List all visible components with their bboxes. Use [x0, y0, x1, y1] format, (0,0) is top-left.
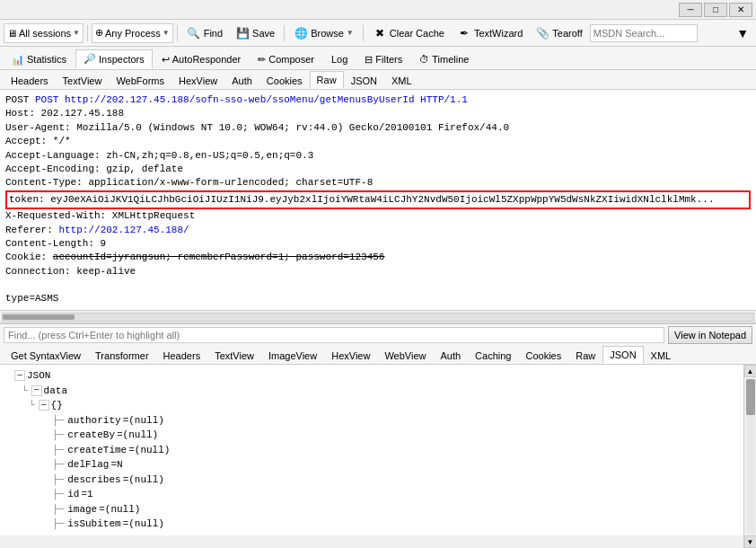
request-line-5: Accept-Language: zh-CN,zh;q=0.8,en-US;q=… [5, 149, 751, 163]
sub-tab-cookies[interactable]: Cookies [259, 71, 310, 89]
composer-icon: ✏ [258, 54, 266, 66]
composer-label: Composer [268, 54, 314, 65]
request-line-13: Connection: keep-alive [5, 265, 751, 278]
process-label: Any Process [105, 28, 161, 39]
clear-cache-icon: ✖ [373, 26, 387, 40]
bottom-tab-hexview[interactable]: HexView [324, 346, 377, 364]
toolbar-more-button[interactable]: ▼ [733, 26, 752, 40]
tab-inspectors[interactable]: 🔎 Inspectors [75, 49, 153, 69]
request-line-14 [5, 278, 751, 292]
log-label: Log [331, 54, 347, 65]
text-wizard-label: TextWizard [474, 28, 523, 39]
statistics-icon: 📊 [12, 54, 24, 66]
tree-leaf-createby: ├─ createBy =(null) [5, 428, 738, 443]
sub-tab-raw[interactable]: Raw [310, 71, 344, 89]
browse-label: Browse [311, 28, 344, 39]
tab-log[interactable]: Log [323, 49, 356, 69]
request-line-9: X-Requested-With: XMLHttpRequest [5, 209, 751, 223]
bottom-tab-cookies[interactable]: Cookies [518, 346, 568, 364]
json-tree-area[interactable]: ─ JSON └ ─ data └ ─ {} [0, 365, 743, 535]
sub-tab-json[interactable]: JSON [344, 71, 384, 89]
sub-tab-hexview[interactable]: HexView [171, 71, 224, 89]
clear-cache-label: Clear Cache [390, 28, 444, 39]
bottom-tab-imageview[interactable]: ImageView [261, 346, 324, 364]
tree-toggle-obj[interactable]: ─ [39, 400, 49, 411]
bottom-panel: ─ JSON └ ─ data └ ─ {} [0, 365, 756, 548]
text-wizard-icon: ✒ [457, 26, 471, 40]
tree-leaf-issubitem: ├─ isSubitem =(null) [5, 517, 738, 532]
sub-tab-xml[interactable]: XML [384, 71, 419, 89]
find-icon: 🔍 [187, 26, 201, 40]
close-button[interactable]: ✕ [729, 3, 752, 17]
h-scroll-thumb[interactable] [3, 314, 75, 320]
request-line-6: Accept-Encoding: gzip, deflate [5, 163, 751, 176]
request-area: POST POST http://202.127.45.188/sofn-sso… [0, 90, 756, 323]
clear-cache-button[interactable]: ✖ Clear Cache [367, 22, 450, 44]
process-icon: ⊕ [95, 27, 103, 39]
request-content[interactable]: POST POST http://202.127.45.188/sofn-sso… [0, 90, 756, 310]
find-bar: View in Notepad [0, 323, 756, 345]
sub-tab-auth[interactable]: Auth [224, 71, 259, 89]
browse-arrow: ▼ [347, 29, 354, 37]
separator-4 [363, 25, 364, 41]
save-button[interactable]: 💾 Save [230, 22, 280, 44]
tree-leaf-describes: ├─ describes =(null) [5, 473, 738, 488]
tree-toggle-data[interactable]: ─ [31, 385, 42, 396]
maximize-button[interactable]: □ [704, 3, 727, 17]
process-dropdown[interactable]: ⊕ Any Process ▼ [92, 23, 173, 43]
bottom-tab-bar: Get SyntaxView Transformer Headers TextV… [0, 345, 756, 365]
request-sub-tab-bar: Headers TextView WebForms HexView Auth C… [0, 70, 756, 90]
sub-tab-webforms[interactable]: WebForms [109, 71, 171, 89]
scroll-thumb[interactable] [746, 379, 755, 415]
tearoff-button[interactable]: 📎 Tearoff [530, 22, 587, 44]
scroll-track[interactable] [746, 379, 755, 534]
bottom-tab-json[interactable]: JSON [602, 346, 643, 364]
bottom-tab-textview[interactable]: TextView [207, 346, 261, 364]
find-button[interactable]: 🔍 Find [181, 22, 228, 44]
bottom-tab-xml[interactable]: XML [644, 346, 679, 364]
inspectors-label: Inspectors [99, 54, 145, 65]
h-scroll-track[interactable] [2, 313, 754, 322]
sub-tab-textview[interactable]: TextView [56, 71, 110, 89]
request-line-1: POST POST http://202.127.45.188/sofn-sso… [5, 93, 751, 107]
request-line-15: type=ASMS [5, 292, 751, 305]
tab-autoresponder[interactable]: ↩ AutoResponder [154, 49, 249, 69]
request-token-line: token: eyJ0eXAiOiJKV1QiLCJhbGciOiJIUzI1N… [5, 190, 751, 209]
filters-icon: ⊟ [365, 54, 373, 66]
sessions-label: All sessions [19, 28, 71, 39]
tree-toggle-root[interactable]: ─ [14, 370, 25, 381]
request-line-10: Referer: http://202.127.45.188/ [5, 224, 751, 237]
timeline-icon: ⏱ [419, 54, 429, 65]
separator-1 [87, 25, 88, 41]
request-line-2: Host: 202.127.45.188 [5, 107, 751, 120]
bottom-tab-webview[interactable]: WebView [377, 346, 433, 364]
sessions-dropdown[interactable]: 🖥 All sessions ▼ [4, 23, 84, 43]
minimize-button[interactable]: ─ [679, 3, 702, 17]
autoresponder-label: AutoResponder [172, 54, 241, 65]
bottom-tab-auth[interactable]: Auth [433, 346, 468, 364]
bottom-tab-transformer[interactable]: Transformer [88, 346, 156, 364]
request-url-link[interactable]: POST http://202.127.45.188/sofn-sso-web/… [35, 94, 468, 105]
msdn-search-input[interactable] [590, 24, 698, 42]
token-text: token: eyJ0eXAiOiJKV1QiLCJhbGciOiJIUzI1N… [9, 194, 715, 205]
browse-button[interactable]: 🌐 Browse ▼ [288, 22, 359, 44]
request-line-11: Content-Length: 9 [5, 237, 751, 251]
tearoff-label: Tearoff [552, 28, 582, 39]
bottom-tab-caching[interactable]: Caching [468, 346, 518, 364]
tab-filters[interactable]: ⊟ Filters [356, 49, 410, 69]
right-scrollbar[interactable]: ▲ ▼ [743, 365, 756, 548]
find-input[interactable] [4, 327, 664, 343]
scroll-up-button[interactable]: ▲ [744, 365, 757, 377]
bottom-tab-getsyntaxview[interactable]: Get SyntaxView [4, 346, 88, 364]
sub-tab-headers[interactable]: Headers [4, 71, 56, 89]
scroll-down-button[interactable]: ▼ [744, 535, 757, 548]
referer-link[interactable]: http://202.127.45.188/ [58, 225, 189, 235]
view-notepad-button[interactable]: View in Notepad [668, 326, 752, 344]
tab-composer[interactable]: ✏ Composer [250, 49, 322, 69]
tab-timeline[interactable]: ⏱ Timeline [411, 49, 477, 69]
tab-statistics[interactable]: 📊 Statistics [4, 49, 75, 69]
horizontal-scrollbar[interactable] [0, 310, 756, 323]
bottom-tab-headers[interactable]: Headers [156, 346, 208, 364]
text-wizard-button[interactable]: ✒ TextWizard [452, 22, 528, 44]
bottom-tab-raw[interactable]: Raw [568, 346, 602, 364]
